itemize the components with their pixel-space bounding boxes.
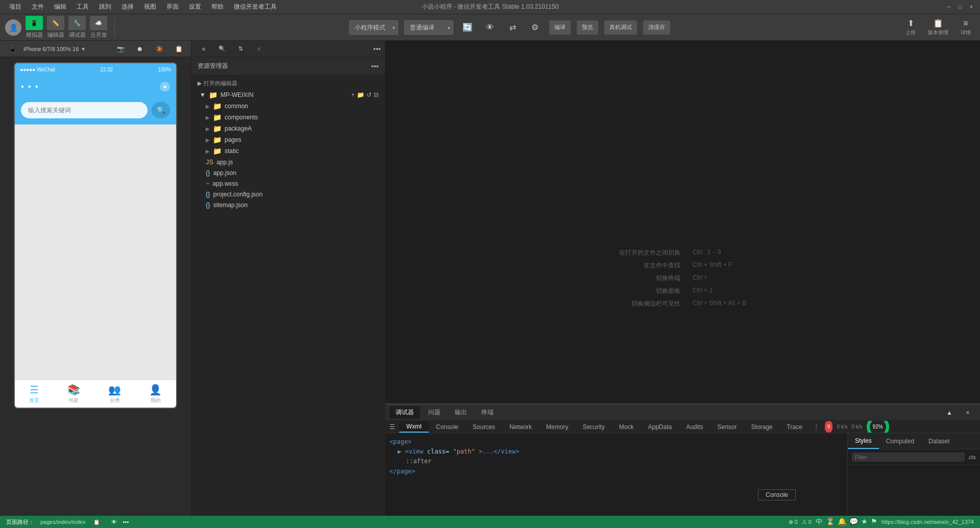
refresh-tree-icon[interactable]: ↺ xyxy=(366,91,372,98)
dp-tab-security[interactable]: Security xyxy=(575,421,611,433)
dp-tab-sources[interactable]: Sources xyxy=(465,421,502,433)
phone-footer: ☰ 首页 📚 书架 👥 分类 👤 我的 xyxy=(15,380,176,408)
footer-item-category[interactable]: 👥 分类 xyxy=(108,384,121,404)
components-folder[interactable]: ▶ 📁 components xyxy=(191,112,385,123)
breadcrumb-path[interactable]: pages/index/index xyxy=(40,519,86,525)
phone-search-input[interactable] xyxy=(21,102,148,118)
st-tab-styles[interactable]: Styles xyxy=(848,433,879,449)
upload-button[interactable]: ⬆ 上传 xyxy=(901,16,920,38)
menu-item-help[interactable]: 帮助 xyxy=(207,2,228,12)
editor-button[interactable]: ✏️ xyxy=(47,16,64,30)
menu-item-settings[interactable]: 设置 xyxy=(185,2,205,12)
menu-item-tool[interactable]: 工具 xyxy=(72,2,93,12)
more-icon[interactable]: ••• xyxy=(373,45,381,53)
dp-tab-appdata[interactable]: AppData xyxy=(641,421,679,433)
screenshot-icon[interactable]: 📷 xyxy=(112,41,129,57)
phone-search-button[interactable]: 🔍 xyxy=(152,102,170,118)
menu-item-interface[interactable]: 界面 xyxy=(162,2,183,12)
menu-item-view[interactable]: 视图 xyxy=(140,2,160,12)
preview-button[interactable]: 预览 xyxy=(577,20,598,35)
debugger-button[interactable]: 🔧 xyxy=(68,16,86,30)
common-folder[interactable]: ▶ 📁 common xyxy=(191,100,385,112)
device-dropdown-icon[interactable]: ▾ xyxy=(82,45,85,53)
debug-close-icon[interactable]: × xyxy=(960,405,976,421)
menu-item-project[interactable]: 项目 xyxy=(5,2,26,12)
sort-icon[interactable]: ⇅ xyxy=(232,41,249,57)
tab-issues[interactable]: 问题 xyxy=(422,406,447,419)
styles-filter-input[interactable] xyxy=(852,452,965,462)
dp-tab-console[interactable]: Console xyxy=(429,421,465,433)
dp-tab-mock[interactable]: Mock xyxy=(612,421,641,433)
mode-select[interactable]: 小程序模式 插件模式 xyxy=(349,20,398,35)
app-json-file[interactable]: {} app.json xyxy=(191,167,385,178)
view-btn[interactable]: 👁 xyxy=(111,519,117,525)
compile-button[interactable]: 编译 xyxy=(549,20,571,35)
tab-debugger[interactable]: 调试器 xyxy=(389,406,420,419)
collapse-icon[interactable]: ⊟ xyxy=(374,91,379,98)
app-wxss-file[interactable]: ~ app.wxss xyxy=(191,178,385,189)
phone-menu-dots[interactable]: • • • xyxy=(21,82,39,91)
st-tab-computed[interactable]: Computed xyxy=(879,433,921,449)
dp-tab-storage[interactable]: Storage xyxy=(744,421,780,433)
project-root-item[interactable]: ▼ 📁 MP-WEIXIN + 📁 ↺ ⊟ xyxy=(191,89,385,100)
menu-item-wechat-devtools[interactable]: 微信开发者工具 xyxy=(230,2,281,12)
close-button[interactable]: × xyxy=(968,4,975,11)
static-folder[interactable]: ▶ 📁 static xyxy=(191,145,385,157)
st-tab-dataset[interactable]: Dataset xyxy=(921,433,957,449)
tab-output[interactable]: 输出 xyxy=(449,406,473,419)
record-icon[interactable]: ⏺ xyxy=(132,41,148,57)
dp-tab-memory[interactable]: Memory xyxy=(539,421,575,433)
copy-icon[interactable]: 📋 xyxy=(170,41,187,57)
eye-button[interactable]: 👁 xyxy=(482,19,498,36)
minimize-button[interactable]: ─ xyxy=(945,4,952,11)
search-icon[interactable]: 🔍 xyxy=(214,41,230,57)
compile-select[interactable]: 普通编译 自定义编译 xyxy=(404,20,453,35)
detail-button[interactable]: ≡ 详情 xyxy=(957,17,975,38)
dp-tab-sensor[interactable]: Sensor xyxy=(710,421,744,433)
menu-item-file[interactable]: 文件 xyxy=(28,2,48,12)
tab-terminal[interactable]: 终端 xyxy=(475,406,500,419)
console-label-button[interactable]: Console xyxy=(758,489,796,500)
footer-item-shelf[interactable]: 📚 书架 xyxy=(67,384,80,404)
menu-item-select[interactable]: 选择 xyxy=(117,2,138,12)
project-config-file[interactable]: {} project.config.json xyxy=(191,189,385,199)
more-options-icon[interactable]: ••• xyxy=(123,519,129,525)
footer-item-mine[interactable]: 👤 我的 xyxy=(149,384,162,404)
app-js-file[interactable]: JS app.js xyxy=(191,157,385,167)
version-button[interactable]: 📋 版本管理 xyxy=(924,16,952,38)
list-icon[interactable]: ≡ xyxy=(195,41,212,57)
mode-select-wrapper: 小程序模式 插件模式 xyxy=(349,20,398,35)
menu-item-edit[interactable]: 编辑 xyxy=(50,2,70,12)
packageA-folder[interactable]: ▶ 📁 packageA xyxy=(191,123,385,134)
debug-left-icon[interactable]: ☰ xyxy=(385,421,399,433)
branch-icon[interactable]: ⑂ xyxy=(251,41,267,57)
phone-record-button[interactable] xyxy=(160,82,170,92)
settings-button[interactable]: ⚙ xyxy=(527,19,543,36)
debug-collapse-icon[interactable]: ▲ xyxy=(941,405,958,421)
dp-tab-network[interactable]: Network xyxy=(502,421,539,433)
open-editors-section[interactable]: ▶ 打开的编辑器 xyxy=(191,78,385,89)
simulator-button[interactable]: 📱 xyxy=(26,16,43,30)
dp-tab-audits[interactable]: Audits xyxy=(679,421,710,433)
device-type-icon[interactable]: 📱 xyxy=(4,41,20,57)
footer-item-home[interactable]: ☰ 首页 xyxy=(29,384,39,404)
wxml-code-area[interactable]: <page> ▶ <view class= "path" >...</view>… xyxy=(385,433,847,516)
switch-button[interactable]: ⇄ xyxy=(504,19,521,36)
more-tabs-icon[interactable]: ⋮ xyxy=(810,421,823,433)
mute-icon[interactable]: 🔕 xyxy=(151,41,167,57)
add-file-icon[interactable]: + xyxy=(351,91,355,98)
dots-icon[interactable]: ••• xyxy=(371,62,379,70)
real-machine-button[interactable]: 真机调试 xyxy=(604,20,637,35)
restore-button[interactable]: □ xyxy=(957,4,964,11)
dp-tab-wxml[interactable]: Wxml xyxy=(399,421,429,433)
sitemap-file[interactable]: {} sitemap.json xyxy=(191,199,385,210)
dp-tab-trace[interactable]: Trace xyxy=(780,421,810,433)
avatar[interactable]: 👤 xyxy=(5,19,21,36)
pages-folder[interactable]: ▶ 📁 pages xyxy=(191,134,385,145)
refresh-button[interactable]: 🔄 xyxy=(459,19,476,36)
copy-path-icon[interactable]: 📋 xyxy=(92,517,101,526)
cloud-button[interactable]: ☁️ xyxy=(90,16,107,30)
menu-item-goto[interactable]: 跳到 xyxy=(95,2,115,12)
add-folder-icon[interactable]: 📁 xyxy=(357,91,364,98)
clear-cache-button[interactable]: 清缓存 xyxy=(643,20,670,35)
